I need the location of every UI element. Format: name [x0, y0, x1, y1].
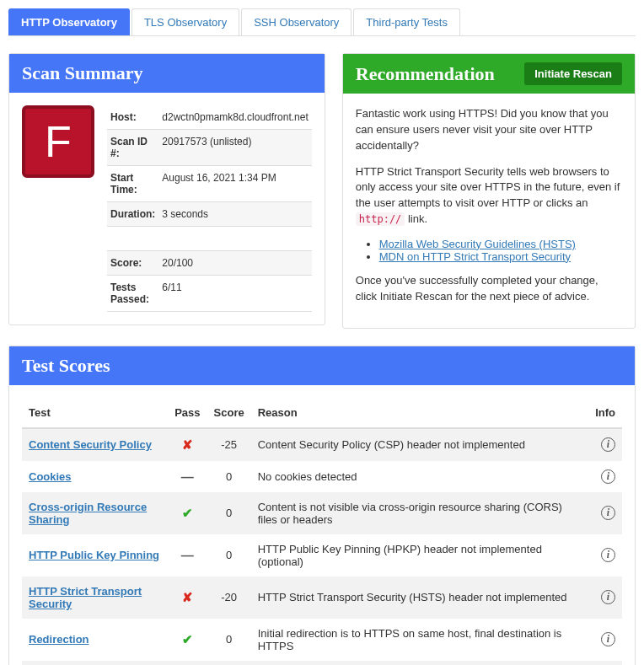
dash-icon: —: [181, 469, 194, 484]
score-row: Cookies—0No cookies detectedi: [22, 461, 622, 492]
score-row: HTTP Strict Transport Security✘-20HTTP S…: [22, 577, 622, 619]
score-value: 0: [207, 492, 251, 534]
summary-row: Duration:3 seconds: [107, 202, 312, 227]
http-code: http://: [356, 212, 405, 226]
summary-row: Tests Passed:6/11: [107, 276, 312, 312]
score-value: -25: [207, 428, 251, 461]
fail-icon: ✘: [182, 590, 193, 605]
tab-tls-observatory[interactable]: TLS Observatory: [131, 8, 239, 35]
info-icon[interactable]: i: [601, 469, 615, 484]
tab-http-observatory[interactable]: HTTP Observatory: [8, 8, 130, 35]
reco-paragraph-3: Once you've successfully completed your …: [356, 273, 622, 305]
score-row: Redirection✔0Initial redirection is to H…: [22, 619, 622, 661]
recommendation-panel: Recommendation Initiate Rescan Fantastic…: [342, 53, 636, 329]
fail-icon: ✘: [182, 437, 193, 453]
link-mdn-hsts[interactable]: MDN on HTTP Strict Transport Security: [379, 250, 571, 263]
score-value: 0: [207, 619, 251, 661]
reason-text: HTTP Strict Transport Security (HSTS) he…: [251, 577, 588, 619]
summary-label: Tests Passed:: [107, 276, 158, 312]
reason-text: No cookies detected: [251, 461, 588, 492]
test-link[interactable]: HTTP Public Key Pinning: [29, 549, 159, 561]
summary-meta-table: Host:d2wctn0pmamk8d.cloudfront.netScan I…: [107, 105, 312, 312]
summary-row: Scan ID #:20917573 (unlisted): [107, 130, 312, 166]
score-row: Cross-origin Resource Sharing✔0Content i…: [22, 492, 622, 534]
test-link[interactable]: Cross-origin Resource Sharing: [29, 501, 147, 526]
scan-summary-panel: Scan Summary F Host:d2wctn0pmamk8d.cloud…: [8, 53, 325, 325]
initiate-rescan-button[interactable]: Initiate Rescan: [524, 62, 622, 85]
col-score: Score: [207, 398, 251, 428]
score-row: Referrer Policy—0Referrer-Policy header …: [22, 661, 622, 665]
summary-row: Score:20/100: [107, 251, 312, 276]
reco-links-list: Mozilla Web Security Guidelines (HSTS) M…: [379, 238, 622, 263]
reason-text: HTTP Public Key Pinning (HPKP) header no…: [251, 534, 588, 577]
summary-label: Score:: [107, 251, 158, 276]
info-icon[interactable]: i: [601, 590, 615, 604]
dash-icon: —: [181, 548, 194, 562]
summary-label: Start Time:: [107, 166, 158, 202]
test-scores-table: Test Pass Score Reason Info Content Secu…: [22, 398, 622, 665]
test-link[interactable]: Redirection: [29, 633, 89, 646]
summary-value: 20917573 (unlisted): [158, 130, 311, 166]
recommendation-title: Recommendation: [356, 63, 495, 85]
pass-icon: ✔: [182, 632, 193, 647]
score-row: HTTP Public Key Pinning—0HTTP Public Key…: [22, 534, 622, 577]
info-icon[interactable]: i: [601, 548, 615, 562]
info-icon[interactable]: i: [601, 437, 615, 452]
tab-ssh-observatory[interactable]: SSH Observatory: [241, 8, 352, 35]
pass-icon: ✔: [182, 506, 193, 521]
scan-summary-title: Scan Summary: [9, 54, 325, 93]
summary-label: Duration:: [107, 202, 158, 227]
reco-paragraph-2: HTTP Strict Transport Security tells web…: [356, 164, 622, 228]
summary-value: August 16, 2021 1:34 PM: [158, 166, 311, 202]
col-info: Info: [588, 398, 622, 428]
reco-paragraph-1: Fantastic work using HTTPS! Did you know…: [356, 106, 622, 154]
test-scores-title: Test Scores: [9, 346, 635, 385]
link-mozilla-hsts[interactable]: Mozilla Web Security Guidelines (HSTS): [379, 238, 576, 250]
test-scores-panel: Test Scores Test Pass Score Reason Info …: [8, 346, 636, 665]
test-link[interactable]: Content Security Policy: [29, 438, 152, 451]
reason-text: Content Security Policy (CSP) header not…: [251, 428, 588, 461]
tab-third-party-tests[interactable]: Third-party Tests: [353, 8, 460, 35]
col-reason: Reason: [251, 398, 588, 428]
score-row: Content Security Policy✘-25Content Secur…: [22, 428, 622, 461]
summary-label: Scan ID #:: [107, 130, 158, 166]
summary-value: 20/100: [158, 251, 311, 276]
score-value: 0: [207, 534, 251, 577]
grade-badge: F: [22, 105, 94, 178]
info-icon[interactable]: i: [601, 632, 615, 646]
tab-bar: HTTP Observatory TLS Observatory SSH Obs…: [8, 8, 636, 36]
summary-value: [158, 227, 311, 251]
col-pass: Pass: [168, 398, 207, 428]
summary-label: [107, 227, 158, 251]
summary-value: 6/11: [158, 276, 311, 312]
reason-text: Content is not visible via cross-origin …: [251, 492, 588, 534]
score-value: -20: [207, 577, 251, 619]
summary-label: Host:: [107, 105, 158, 130]
reason-text: Initial redirection is to HTTPS on same …: [251, 619, 588, 661]
info-icon[interactable]: i: [601, 506, 615, 520]
test-link[interactable]: HTTP Strict Transport Security: [29, 585, 142, 610]
summary-value: 3 seconds: [158, 202, 311, 227]
test-link[interactable]: Cookies: [29, 470, 72, 483]
col-test: Test: [22, 398, 168, 428]
summary-row: Host:d2wctn0pmamk8d.cloudfront.net: [107, 105, 312, 130]
score-value: 0: [207, 661, 251, 665]
summary-row: Start Time:August 16, 2021 1:34 PM: [107, 166, 312, 202]
summary-value: d2wctn0pmamk8d.cloudfront.net: [158, 105, 311, 130]
score-value: 0: [207, 461, 251, 492]
reason-text: Referrer-Policy header not implemented (…: [251, 661, 588, 665]
summary-row: [107, 227, 312, 251]
